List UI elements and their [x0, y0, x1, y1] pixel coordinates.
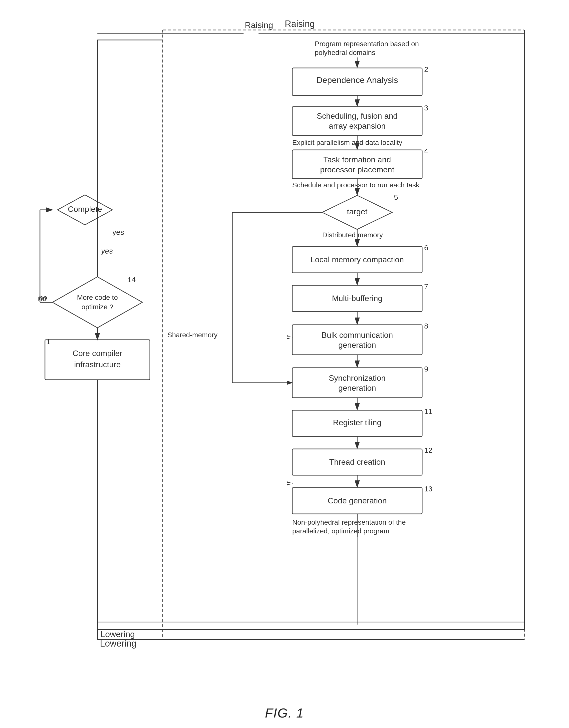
svg-text:Core compiler: Core compiler: [72, 349, 122, 358]
svg-text:no: no: [39, 294, 47, 302]
svg-text:6: 6: [424, 244, 428, 252]
svg-rect-11: [292, 107, 422, 135]
svg-text:yes: yes: [101, 247, 113, 255]
svg-text:Code generation: Code generation: [328, 496, 387, 505]
svg-text:Complete: Complete: [68, 205, 102, 214]
svg-text:4: 4: [424, 147, 428, 155]
diagram-container: Raising Program representation based on …: [20, 10, 550, 697]
svg-text:14: 14: [127, 276, 136, 284]
svg-text:1: 1: [46, 338, 50, 346]
svg-text:Dependence Analysis: Dependence Analysis: [316, 75, 398, 85]
svg-text:parallelized, optimized progra: parallelized, optimized program: [292, 527, 389, 535]
svg-text:Register tiling: Register tiling: [333, 418, 381, 427]
svg-text:More code to: More code to: [77, 294, 118, 301]
svg-text:Schedule and processor to run : Schedule and processor to run each task: [292, 181, 420, 189]
svg-text:9: 9: [424, 365, 428, 373]
svg-text:Scheduling, fusion and: Scheduling, fusion and: [317, 111, 398, 120]
svg-text:5: 5: [394, 193, 398, 201]
svg-text:Lowering: Lowering: [100, 638, 136, 649]
svg-text:12: 12: [424, 446, 432, 454]
svg-text:Bulk communication: Bulk communication: [321, 331, 393, 340]
svg-text:11: 11: [424, 407, 432, 415]
svg-text:2: 2: [424, 65, 428, 73]
svg-text:optimize ?: optimize ?: [81, 303, 113, 311]
svg-rect-73: [45, 340, 150, 380]
svg-text:Non-polyhedral representation : Non-polyhedral representation of the: [292, 518, 406, 526]
svg-text:Local memory compaction: Local memory compaction: [310, 255, 404, 264]
svg-text:Distributed memory: Distributed memory: [322, 231, 383, 239]
svg-text:3: 3: [424, 104, 428, 112]
svg-text:Thread creation: Thread creation: [329, 457, 385, 466]
svg-text:yes: yes: [112, 228, 124, 236]
svg-text:Shared-memory: Shared-memory: [167, 331, 218, 339]
svg-text:Raising: Raising: [285, 19, 315, 29]
svg-rect-45: [292, 325, 422, 355]
svg-text:Raising: Raising: [245, 20, 273, 30]
svg-text:Program representation based o: Program representation based on: [315, 40, 419, 48]
svg-text:generation: generation: [338, 383, 376, 392]
svg-text:Synchronization: Synchronization: [329, 373, 386, 382]
figure-label: FIG. 1: [265, 706, 304, 721]
svg-text:Lowering: Lowering: [100, 629, 135, 639]
svg-marker-77: [52, 277, 142, 328]
svg-text:Explicit parallelism and data : Explicit parallelism and data locality: [292, 139, 402, 146]
svg-text:13: 13: [424, 485, 432, 493]
svg-text:processor placement: processor placement: [320, 165, 394, 174]
svg-text:target: target: [347, 207, 367, 216]
svg-text:Multi-buffering: Multi-buffering: [332, 294, 382, 303]
svg-text:Task formation and: Task formation and: [323, 155, 391, 164]
svg-rect-51: [292, 368, 422, 398]
svg-text:8: 8: [424, 322, 428, 330]
svg-rect-18: [292, 150, 422, 179]
svg-text:infrastructure: infrastructure: [74, 360, 121, 369]
svg-text:array expansion: array expansion: [329, 121, 386, 130]
svg-text:7: 7: [424, 282, 428, 291]
svg-text:polyhedral domains: polyhedral domains: [315, 49, 375, 56]
svg-text:generation: generation: [338, 341, 376, 350]
